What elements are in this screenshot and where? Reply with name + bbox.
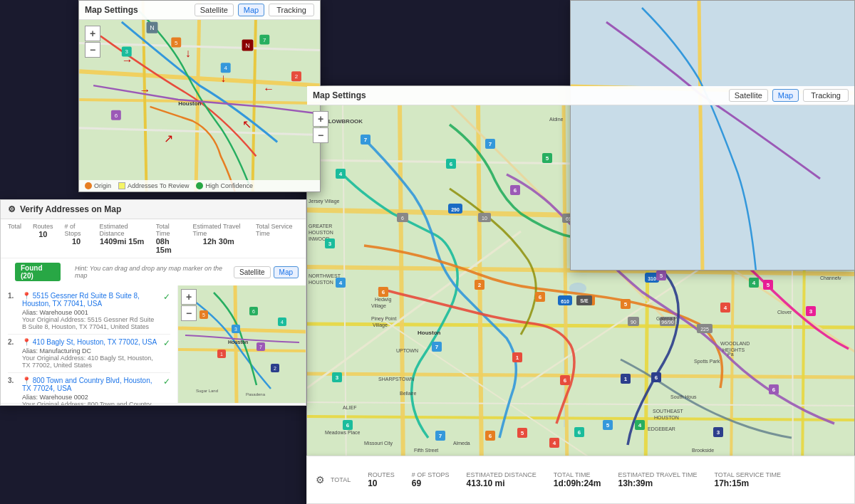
main-tracking-btn[interactable]: Tracking: [803, 89, 849, 102]
verify-map-btn[interactable]: Map: [274, 266, 299, 278]
summary-distance-value: 413.10 mi: [467, 478, 505, 488]
travel-stat-value: 12h 30m: [203, 237, 234, 246]
svg-text:5: 5: [175, 40, 178, 46]
svg-text:6: 6: [382, 289, 385, 295]
summary-travel-label: Estimated Travel Time: [618, 471, 697, 478]
svg-text:6: 6: [564, 377, 567, 384]
svg-text:6: 6: [514, 187, 517, 194]
small-tracking-btn[interactable]: Tracking: [269, 4, 314, 16]
svg-text:5: 5: [521, 430, 524, 436]
svg-text:6: 6: [346, 422, 350, 429]
addr-verified-icon: ✓: [163, 338, 170, 369]
verify-zoom-in[interactable]: +: [181, 289, 197, 305]
summary-travel: Estimated Travel Time 13h:39m: [618, 471, 697, 488]
svg-text:↗: ↗: [164, 132, 173, 145]
small-zoom-in[interactable]: +: [85, 26, 100, 41]
addr-content: 📍 410 Bagly St, Houston, TX 77002, USA A…: [22, 338, 159, 369]
svg-text:6: 6: [655, 374, 658, 381]
svg-text:Village: Village: [371, 303, 386, 309]
svg-rect-53: [571, 1, 855, 271]
review-legend: Addresses To Review: [128, 182, 189, 189]
svg-text:4: 4: [752, 280, 756, 286]
main-satellite-btn[interactable]: Satellite: [729, 89, 768, 102]
svg-text:5: 5: [546, 155, 549, 162]
summary-service-value: 17h:15m: [714, 478, 749, 488]
svg-text:Clover: Clover: [777, 310, 792, 315]
addr-content: 📍 800 Town and Country Blvd, Houston, TX…: [22, 377, 159, 406]
main-zoom-in[interactable]: +: [313, 111, 328, 127]
summary-distance: Estimated Distance 413.10 mi: [467, 471, 537, 488]
svg-text:6: 6: [489, 433, 492, 439]
svg-text:3: 3: [717, 429, 720, 436]
address-item: 1. 📍 5515 Gessner Rd Suite B Suite 8, Ho…: [8, 288, 170, 335]
main-zoom-out[interactable]: −: [313, 127, 328, 143]
main-zoom-controls: + −: [313, 111, 328, 143]
verify-zoom-out[interactable]: −: [181, 305, 197, 321]
svg-text:←: ←: [263, 83, 274, 95]
main-map-controls: Satellite Map Tracking: [729, 89, 849, 102]
addr-num: 3.: [8, 377, 18, 406]
svg-text:Sugar Land: Sugar Land: [196, 389, 218, 393]
svg-text:↓: ↓: [221, 72, 227, 84]
main-map-title: Map Settings: [313, 90, 366, 100]
svg-text:3: 3: [234, 327, 237, 332]
found-row: Found (20) Hint: You can drag and drop a…: [1, 258, 306, 285]
svg-text:2: 2: [478, 282, 482, 288]
address-item: 2. 📍 410 Bagly St, Houston, TX 77002, US…: [8, 335, 170, 373]
verify-zoom-controls: + −: [181, 289, 197, 321]
svg-text:4: 4: [281, 320, 284, 325]
summary-service-label: Total Service Time: [714, 471, 781, 478]
addr-content: 📍 5515 Gessner Rd Suite B Suite 8, Houst…: [22, 292, 159, 330]
addr-alias: Alias: Manufacturing DC: [22, 347, 159, 355]
svg-text:Piney Point: Piney Point: [371, 316, 396, 322]
stops-stat-label: # of Stops: [65, 223, 88, 237]
gear-icon: ⚙: [8, 204, 16, 214]
addr-main: 📍 800 Town and Country Blvd, Houston, TX…: [22, 377, 159, 392]
small-zoom-out[interactable]: −: [85, 42, 100, 58]
addr-main: 📍 5515 Gessner Rd Suite B Suite 8, Houst…: [22, 292, 159, 308]
small-map-btn[interactable]: Map: [238, 4, 264, 16]
svg-text:5: 5: [660, 273, 663, 279]
map-type-toggle: Satellite Map: [234, 266, 299, 278]
svg-text:Pasadena: Pasadena: [246, 392, 266, 397]
svg-text:1: 1: [624, 376, 628, 382]
main-map-btn[interactable]: Map: [772, 89, 799, 102]
svg-text:ALIEF: ALIEF: [343, 405, 356, 410]
svg-text:Pa: Pa: [727, 352, 734, 357]
svg-text:↓: ↓: [185, 47, 191, 59]
back-map-svg: [571, 1, 855, 271]
summary-routes-value: 10: [368, 478, 377, 488]
verify-mini-map: + − 5 3 6 4 1: [177, 285, 306, 403]
travel-stat-label: Estimated Travel Time: [193, 223, 245, 237]
svg-text:610: 610: [561, 299, 569, 304]
addr-original: Your Original Address: 5515 Gessner Rd S…: [22, 316, 159, 330]
routes-stat-label: Routes: [33, 223, 53, 230]
svg-text:4: 4: [724, 305, 727, 311]
small-satellite-btn[interactable]: Satellite: [195, 4, 234, 16]
svg-text:Galena P: Galena P: [656, 316, 678, 321]
service-stat-label: Total Service Time: [256, 223, 299, 237]
svg-text:GREATER: GREATER: [309, 224, 332, 229]
verify-satellite-btn[interactable]: Satellite: [234, 266, 271, 278]
svg-text:3: 3: [125, 48, 129, 55]
svg-text:Jersey Village: Jersey Village: [309, 199, 340, 204]
addr-verified-icon: ✓: [163, 292, 170, 330]
addr-main: 📍 410 Bagly St, Houston, TX 77002, USA: [22, 338, 159, 346]
svg-text:5: 5: [624, 301, 628, 308]
svg-text:Hedwig: Hedwig: [375, 297, 391, 303]
summary-stops-value: 69: [412, 478, 421, 488]
summary-total-label: Total: [331, 476, 351, 483]
svg-text:225: 225: [700, 327, 709, 332]
svg-text:290: 290: [451, 207, 460, 212]
small-map-svg: → ↓ ↓ → ← ↖ ↗ Houston 3 4 5 6 7 2 N N: [79, 1, 320, 191]
verify-title: Verify Addresses on Map: [20, 204, 121, 214]
svg-text:6: 6: [539, 294, 542, 300]
addr-verified-icon: ✓: [163, 377, 170, 406]
svg-text:4: 4: [553, 440, 556, 446]
svg-text:UPTOWN: UPTOWN: [396, 348, 418, 353]
verify-stats: Total Routes 10 # of Stops 10 Estimated …: [1, 219, 306, 258]
svg-text:4: 4: [638, 422, 642, 429]
addr-num: 1.: [8, 292, 18, 330]
svg-text:Houston: Houston: [228, 340, 248, 345]
stops-stat-value: 10: [72, 237, 81, 246]
